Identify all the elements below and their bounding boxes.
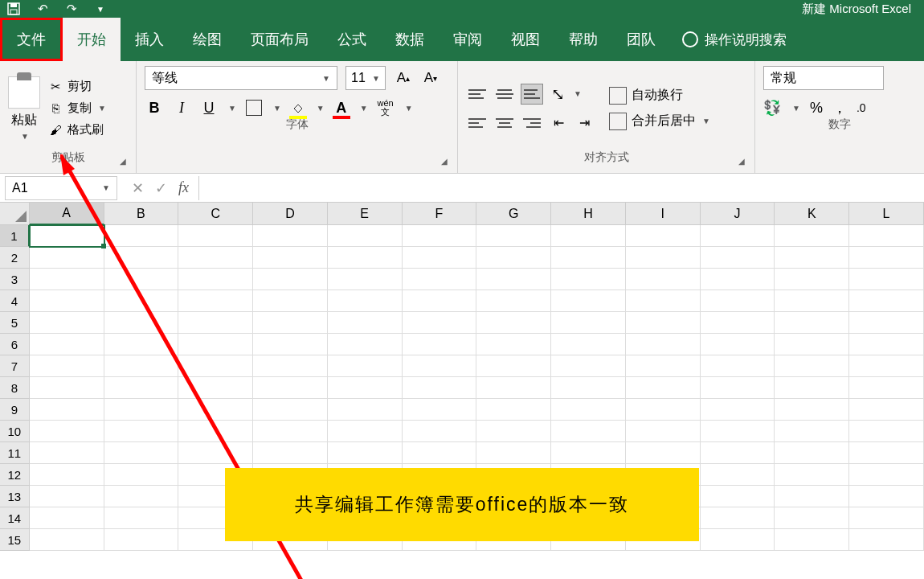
cell-H9[interactable] bbox=[551, 399, 626, 421]
cell-K13[interactable] bbox=[775, 486, 849, 507]
cell-E1[interactable] bbox=[328, 225, 403, 247]
column-header-E[interactable]: E bbox=[328, 203, 403, 225]
column-header-G[interactable]: G bbox=[476, 203, 551, 225]
align-center-button[interactable] bbox=[493, 113, 516, 133]
cell-I9[interactable] bbox=[626, 399, 701, 421]
alignment-dialog-launcher[interactable]: ◢ bbox=[738, 157, 750, 168]
font-color-button[interactable]: A bbox=[333, 99, 350, 117]
row-header-5[interactable]: 5 bbox=[0, 312, 30, 334]
cell-E4[interactable] bbox=[328, 290, 403, 312]
italic-button[interactable]: I bbox=[172, 98, 191, 117]
cell-L11[interactable] bbox=[849, 442, 924, 464]
cell-I11[interactable] bbox=[626, 442, 701, 464]
cell-I1[interactable] bbox=[626, 225, 701, 247]
cell-J4[interactable] bbox=[701, 290, 775, 312]
cell-K1[interactable] bbox=[775, 225, 849, 247]
cell-J15[interactable] bbox=[701, 529, 775, 551]
cell-I3[interactable] bbox=[626, 269, 701, 290]
cell-E9[interactable] bbox=[328, 399, 403, 421]
column-header-I[interactable]: I bbox=[626, 203, 701, 225]
cell-J11[interactable] bbox=[701, 442, 775, 464]
row-header-3[interactable]: 3 bbox=[0, 269, 30, 290]
cut-button[interactable]: ✂ 剪切 bbox=[45, 77, 109, 96]
column-header-F[interactable]: F bbox=[403, 203, 477, 225]
cell-D10[interactable] bbox=[253, 421, 328, 442]
cell-G6[interactable] bbox=[476, 334, 551, 355]
cell-I8[interactable] bbox=[626, 377, 701, 399]
cell-E7[interactable] bbox=[328, 355, 403, 377]
cell-C8[interactable] bbox=[178, 377, 253, 399]
cell-D9[interactable] bbox=[253, 399, 328, 421]
align-right-button[interactable] bbox=[521, 113, 543, 133]
cell-H2[interactable] bbox=[551, 247, 626, 269]
cell-A13[interactable] bbox=[30, 486, 104, 507]
cell-A6[interactable] bbox=[30, 334, 104, 355]
cell-D8[interactable] bbox=[253, 377, 328, 399]
number-format-select[interactable]: 常规 bbox=[763, 66, 884, 90]
cell-D2[interactable] bbox=[253, 247, 328, 269]
cell-A3[interactable] bbox=[30, 269, 104, 290]
cell-C7[interactable] bbox=[178, 355, 253, 377]
cell-K10[interactable] bbox=[775, 421, 849, 442]
tab-insert[interactable]: 插入 bbox=[121, 18, 178, 61]
cell-H1[interactable] bbox=[551, 225, 626, 247]
cell-G10[interactable] bbox=[476, 421, 551, 442]
cell-J6[interactable] bbox=[701, 334, 775, 355]
cell-A14[interactable] bbox=[30, 507, 104, 529]
cell-I6[interactable] bbox=[626, 334, 701, 355]
cell-A2[interactable] bbox=[30, 247, 104, 269]
tab-draw[interactable]: 绘图 bbox=[178, 18, 236, 61]
cell-G9[interactable] bbox=[476, 399, 551, 421]
cell-A7[interactable] bbox=[30, 355, 104, 377]
cell-B4[interactable] bbox=[104, 290, 179, 312]
cell-A12[interactable] bbox=[30, 464, 104, 486]
cell-J1[interactable] bbox=[701, 225, 775, 247]
formula-input[interactable] bbox=[198, 176, 924, 200]
cell-C2[interactable] bbox=[178, 247, 253, 269]
cell-L2[interactable] bbox=[849, 247, 924, 269]
cell-B7[interactable] bbox=[104, 355, 179, 377]
tab-help[interactable]: 帮助 bbox=[554, 18, 612, 61]
cell-K12[interactable] bbox=[775, 464, 849, 486]
cell-K5[interactable] bbox=[775, 312, 849, 334]
cell-J13[interactable] bbox=[701, 486, 775, 507]
cell-L4[interactable] bbox=[849, 290, 924, 312]
row-header-1[interactable]: 1 bbox=[0, 225, 30, 247]
cell-B2[interactable] bbox=[104, 247, 179, 269]
cell-G4[interactable] bbox=[476, 290, 551, 312]
cell-G11[interactable] bbox=[476, 442, 551, 464]
cell-F11[interactable] bbox=[403, 442, 477, 464]
cell-C1[interactable] bbox=[178, 225, 253, 247]
row-header-11[interactable]: 11 bbox=[0, 442, 30, 464]
row-header-6[interactable]: 6 bbox=[0, 334, 30, 355]
row-header-7[interactable]: 7 bbox=[0, 355, 30, 377]
cell-I7[interactable] bbox=[626, 355, 701, 377]
tab-team[interactable]: 团队 bbox=[612, 18, 670, 61]
cell-B5[interactable] bbox=[104, 312, 179, 334]
cell-D11[interactable] bbox=[253, 442, 328, 464]
cell-I4[interactable] bbox=[626, 290, 701, 312]
cell-H10[interactable] bbox=[551, 421, 626, 442]
cell-L7[interactable] bbox=[849, 355, 924, 377]
cell-L3[interactable] bbox=[849, 269, 924, 290]
bold-button[interactable]: B bbox=[145, 98, 164, 117]
cancel-icon[interactable]: ✕ bbox=[132, 179, 144, 197]
clipboard-dialog-launcher[interactable]: ◢ bbox=[120, 157, 131, 168]
phonetic-button[interactable]: wén文 bbox=[376, 98, 395, 117]
cell-D7[interactable] bbox=[253, 355, 328, 377]
cell-K3[interactable] bbox=[775, 269, 849, 290]
cell-L5[interactable] bbox=[849, 312, 924, 334]
cell-C4[interactable] bbox=[178, 290, 253, 312]
cell-A15[interactable] bbox=[30, 529, 104, 551]
cell-B14[interactable] bbox=[104, 507, 179, 529]
row-header-15[interactable]: 15 bbox=[0, 529, 30, 551]
cell-L14[interactable] bbox=[849, 507, 924, 529]
cell-F7[interactable] bbox=[403, 355, 477, 377]
cell-H5[interactable] bbox=[551, 312, 626, 334]
cell-F3[interactable] bbox=[403, 269, 477, 290]
column-header-B[interactable]: B bbox=[104, 203, 179, 225]
cell-B6[interactable] bbox=[104, 334, 179, 355]
cell-A10[interactable] bbox=[30, 421, 104, 442]
percent-button[interactable]: % bbox=[810, 100, 823, 117]
cell-F8[interactable] bbox=[403, 377, 477, 399]
